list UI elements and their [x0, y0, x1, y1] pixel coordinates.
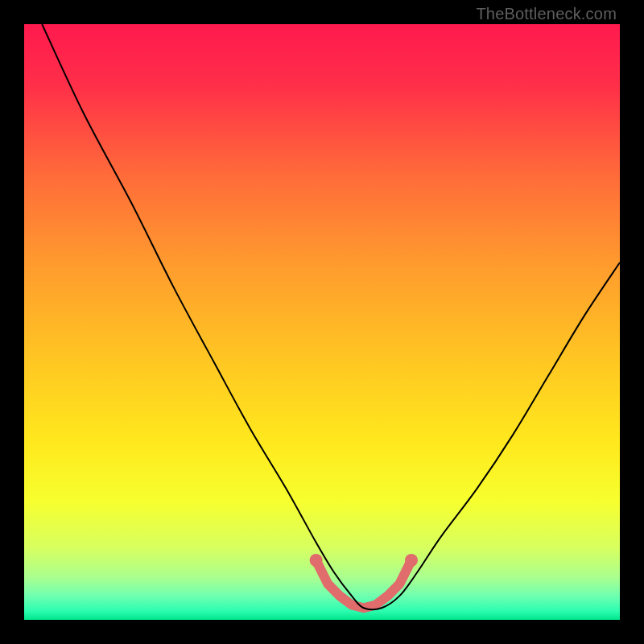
watermark-text: TheBottleneck.com: [476, 5, 617, 23]
plot-area: [24, 24, 620, 620]
bottleneck-curve: [42, 24, 620, 609]
trough-highlight: [310, 554, 418, 608]
trough-end-dot: [405, 554, 418, 567]
trough-end-dot: [310, 554, 323, 567]
chart-svg: [24, 24, 620, 620]
chart-frame: TheBottleneck.com: [0, 0, 644, 644]
